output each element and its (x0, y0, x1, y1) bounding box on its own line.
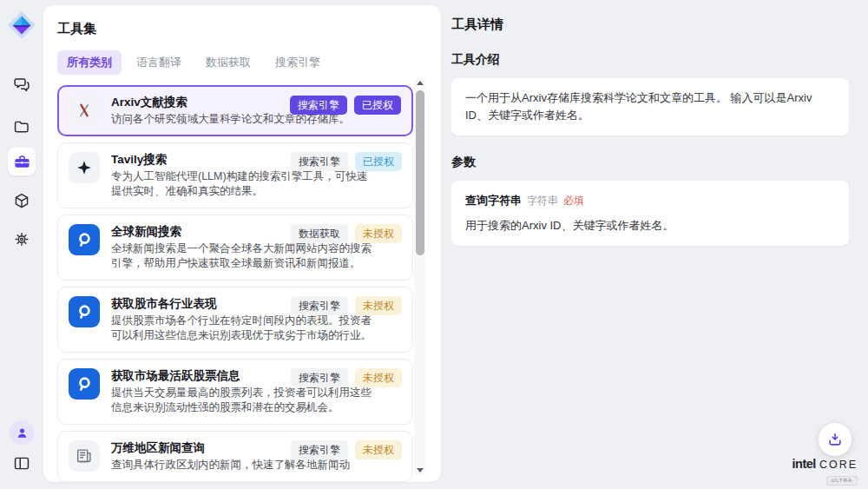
sidebar-item-account[interactable] (10, 420, 34, 445)
tool-desc: 提供当天交易量最高的股票列表，投资者可以利用这些信息来识别流动性强的股票和潜在的… (111, 386, 372, 415)
param-required-badge: 必填 (563, 192, 584, 209)
param-type: 字符串 (527, 192, 558, 209)
tool-list-panel: 工具集 所有类别 语言翻译 数据获取 搜索引擎 Arxiv文献搜索 访问各个研究… (43, 5, 441, 482)
user-icon (15, 426, 30, 440)
category-badge: 搜索引擎 (290, 96, 347, 115)
badges: 搜索引擎 已授权 (291, 152, 402, 171)
intro-text: 一个用于从Arxiv存储库搜索科学论文和文章的工具。 输入可以是Arxiv ID… (465, 91, 812, 122)
tavily-star-icon (69, 152, 100, 183)
scroll-down-arrow-icon[interactable] (417, 468, 424, 472)
tool-card-stock-sectors[interactable]: 获取股市各行业表现 提供股票市场各个行业在特定时间段内的表现。投资者可以利用这些… (57, 287, 413, 353)
intro-heading: 工具介绍 (451, 52, 849, 68)
download-icon (826, 431, 844, 448)
intel-brand-text: intel (792, 457, 816, 471)
list-scrollbar[interactable] (414, 78, 425, 475)
sidebar-item-settings[interactable] (13, 230, 31, 248)
arxiv-x-icon (69, 95, 100, 126)
badges: 搜索引擎 未授权 (291, 440, 402, 459)
page-title: 工具集 (57, 21, 441, 37)
param-desc: 用于搜索的Arxiv ID、关键字或作者姓名。 (465, 217, 835, 235)
badges: 搜索引擎 未授权 (291, 368, 402, 387)
auth-status-badge: 未授权 (355, 224, 402, 243)
auth-status-badge: 已授权 (355, 152, 402, 171)
newspaper-icon (69, 440, 100, 472)
category-tabs: 所有类别 语言翻译 数据获取 搜索引擎 (57, 50, 441, 75)
sidebar-item-collapse[interactable] (13, 454, 31, 472)
scroll-up-arrow-icon[interactable] (417, 81, 424, 85)
intel-tier-badge: ULTRA (826, 476, 858, 486)
tool-detail-panel: 工具详情 工具介绍 一个用于从Arxiv存储库搜索科学论文和文章的工具。 输入可… (451, 0, 849, 246)
category-badge: 数据获取 (291, 224, 348, 243)
app-logo (7, 10, 36, 40)
tool-desc: 专为人工智能代理(LLM)构建的搜索引擎工具，可快速提供实时、准确和真实的结果。 (111, 169, 372, 199)
category-badge: 搜索引擎 (291, 152, 348, 171)
auth-status-badge: 未授权 (355, 296, 402, 315)
news-search-icon (69, 224, 100, 255)
auth-status-badge: 已授权 (354, 96, 401, 115)
param-card: 查询字符串 字符串 必填 用于搜索的Arxiv ID、关键字或作者姓名。 (451, 181, 849, 246)
gem-logo-icon (7, 10, 36, 40)
tool-desc: 提供股票市场各个行业在特定时间段内的表现。投资者可以利用这些信息来识别表现优于或… (111, 314, 372, 343)
tool-card-regional-news[interactable]: 万维地区新闻查询 查询具体行政区划内的新闻，快速了解各地新闻动 搜索引擎 未授权 (57, 431, 413, 482)
tool-desc: 全球新闻搜索是一个聚合全球各大新闻网站内容的搜索引擎，帮助用户快速获取全球最新资… (111, 241, 372, 271)
tool-desc: 查询具体行政区划内的新闻，快速了解各地新闻动 (111, 458, 350, 472)
category-badge: 搜索引擎 (291, 440, 348, 459)
panel-layout-icon (13, 454, 31, 472)
auth-status-badge: 未授权 (355, 440, 402, 459)
tab-language-translation[interactable]: 语言翻译 (127, 50, 191, 75)
sidebar-item-packages[interactable] (13, 192, 31, 210)
folder-icon (13, 118, 31, 136)
news-search-icon (69, 296, 100, 327)
tool-card-list: Arxiv文献搜索 访问各个研究领域大量科学论文和文章的存储库。 搜索引擎 已授… (57, 85, 413, 482)
sidebar-item-chat[interactable] (13, 76, 31, 94)
toolbox-icon (13, 153, 31, 171)
sidebar-item-tools-active[interactable] (8, 148, 36, 175)
intro-card: 一个用于从Arxiv存储库搜索科学论文和文章的工具。 输入可以是Arxiv ID… (451, 78, 849, 135)
auth-status-badge: 未授权 (355, 368, 402, 387)
intel-product-text: CORE (819, 459, 858, 471)
detail-title: 工具详情 (451, 17, 849, 33)
scrollbar-thumb[interactable] (416, 90, 424, 255)
gear-icon (13, 230, 31, 248)
badges: 搜索引擎 已授权 (290, 96, 401, 115)
tab-all-categories[interactable]: 所有类别 (57, 50, 122, 75)
download-button[interactable] (819, 423, 852, 456)
param-head: 查询字符串 字符串 必填 (465, 192, 835, 209)
intel-core-logo: intelCORE ULTRA (792, 457, 858, 486)
category-badge: 搜索引擎 (291, 368, 348, 387)
badges: 数据获取 未授权 (291, 224, 402, 243)
tool-card-arxiv[interactable]: Arxiv文献搜索 访问各个研究领域大量科学论文和文章的存储库。 搜索引擎 已授… (57, 85, 413, 136)
category-badge: 搜索引擎 (291, 296, 348, 315)
tool-card-tavily[interactable]: Tavily搜索 专为人工智能代理(LLM)构建的搜索引擎工具，可快速提供实时、… (57, 142, 413, 208)
sidebar-rail (0, 0, 43, 489)
tab-data-fetch[interactable]: 数据获取 (196, 50, 260, 75)
cube-icon (13, 192, 31, 210)
tab-search-engine[interactable]: 搜索引擎 (266, 50, 330, 75)
tool-card-active-stocks[interactable]: 获取市场最活跃股票信息 提供当天交易量最高的股票列表，投资者可以利用这些信息来识… (57, 359, 413, 425)
chat-icon (13, 76, 31, 94)
badges: 搜索引擎 未授权 (291, 296, 402, 315)
param-name: 查询字符串 (465, 192, 522, 209)
params-heading: 参数 (451, 155, 849, 170)
sidebar-item-files[interactable] (13, 118, 31, 136)
tool-card-global-news[interactable]: 全球新闻搜索 全球新闻搜索是一个聚合全球各大新闻网站内容的搜索引擎，帮助用户快速… (57, 215, 413, 281)
news-search-icon (69, 368, 100, 400)
intel-core-wordmark: intelCORE (792, 457, 858, 471)
